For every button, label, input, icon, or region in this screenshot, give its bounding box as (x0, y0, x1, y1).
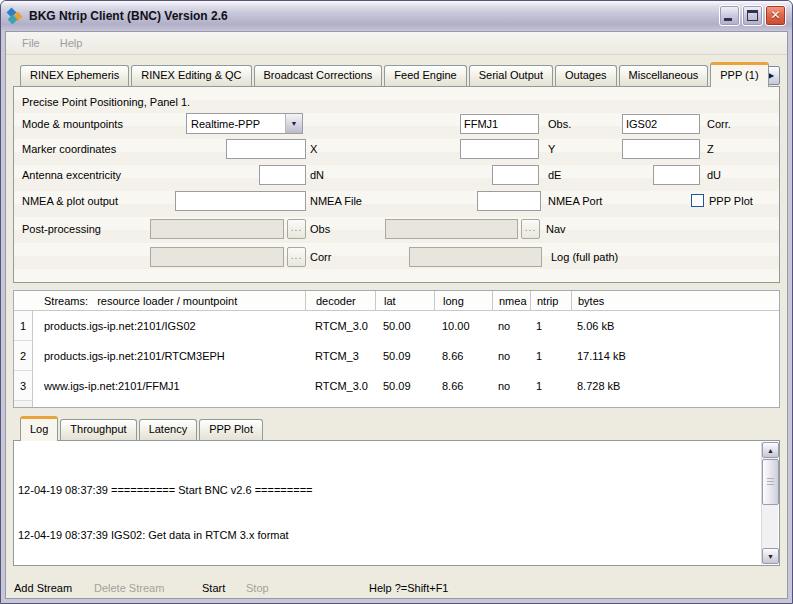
log-line: 12-04-19 08:37:39 IGS02: Get data in RTC… (18, 528, 759, 543)
cell-long: 8.66 (434, 350, 492, 362)
row-number: 3 (14, 371, 33, 401)
header-lat: lat (375, 291, 434, 310)
marker-x-input[interactable] (226, 139, 306, 159)
antenna-dn-input[interactable] (259, 165, 306, 185)
ppp-panel: Precise Point Positioning, Panel 1. Mode… (13, 86, 780, 283)
log-scrollbar[interactable]: ▲ ▼ (761, 442, 778, 564)
post-obs-input (150, 219, 284, 239)
tab-rinex-editing-qc[interactable]: RINEX Editing & QC (131, 65, 251, 86)
marker-y-input[interactable] (460, 139, 539, 159)
nmea-port-label: NMEA Port (548, 191, 602, 211)
nmea-file-input[interactable] (175, 191, 306, 211)
antenna-de-input[interactable] (492, 165, 539, 185)
post-obs-browse-button: ... (287, 219, 306, 239)
scrollbar-thumb[interactable] (762, 459, 779, 505)
nmea-file-label: NMEA File (310, 191, 362, 211)
mode-label: Mode & mountpoints (22, 114, 123, 134)
table-row[interactable]: 2 products.igs-ip.net:2101/RTCM3EPH RTCM… (14, 341, 779, 371)
menubar: File Help (6, 32, 787, 55)
tab-latency[interactable]: Latency (139, 419, 198, 440)
tab-rinex-ephemeris[interactable]: RINEX Ephemeris (20, 65, 129, 86)
header-bytes: bytes (571, 291, 779, 310)
nmea-port-input[interactable] (477, 191, 541, 211)
obs-label: Obs. (548, 114, 571, 134)
post-processing-label: Post-processing (22, 219, 101, 239)
post-nav-input (385, 219, 518, 239)
ppp-plot-checkbox[interactable] (691, 194, 704, 207)
cell-decoder: RTCM_3 (305, 350, 375, 362)
cell-bytes: 5.06 kB (571, 320, 779, 332)
header-ntrip: ntrip (530, 291, 571, 310)
corr-label: Corr. (707, 114, 731, 134)
titlebar[interactable]: BKG Ntrip Client (BNC) Version 2.6 ✕ (1, 1, 792, 30)
cell-decoder: RTCM_3.0 (305, 380, 375, 392)
menu-file[interactable]: File (12, 37, 50, 49)
close-button[interactable]: ✕ (765, 5, 786, 26)
cell-lat: 50.09 (375, 350, 434, 362)
post-nav-label: Nav (546, 219, 566, 239)
marker-z-input[interactable] (622, 139, 700, 159)
antenna-label: Antenna excentricity (22, 165, 121, 185)
tab-serial-output[interactable]: Serial Output (469, 65, 553, 86)
cell-mountpoint: products.igs-ip.net:2101/RTCM3EPH (33, 350, 305, 362)
tab-feed-engine[interactable]: Feed Engine (384, 65, 466, 86)
start-button[interactable]: Start (202, 578, 225, 598)
tab-ppp-plot[interactable]: PPP Plot (199, 419, 263, 440)
dn-label: dN (310, 165, 324, 185)
cell-decoder: RTCM_3.0 (305, 320, 375, 332)
cell-ntrip: 1 (530, 350, 571, 362)
post-nav-browse-button: ... (521, 219, 540, 239)
bottom-tabbar: Log Throughput Latency PPP Plot (13, 418, 780, 440)
log-line: 12-04-19 08:37:39 ========== Start BNC v… (18, 483, 759, 498)
maximize-button[interactable] (742, 5, 763, 26)
log-view[interactable]: 12-04-19 08:37:39 ========== Start BNC v… (13, 440, 780, 566)
bnc-window: BKG Ntrip Client (BNC) Version 2.6 ✕ Fil… (0, 0, 793, 604)
table-row[interactable]: 3 www.igs-ip.net:2101/FFMJ1 RTCM_3.0 50.… (14, 371, 779, 401)
post-corr-browse-button: ... (287, 247, 306, 267)
cell-nmea: no (492, 380, 530, 392)
row-number: 2 (14, 341, 33, 371)
tab-ppp-1[interactable]: PPP (1) (710, 62, 768, 87)
row-number: 1 (14, 311, 33, 341)
tab-miscellaneous[interactable]: Miscellaneous (619, 65, 709, 86)
add-stream-button[interactable]: Add Stream (14, 578, 72, 598)
menu-help[interactable]: Help (50, 37, 93, 49)
panel-caption: Precise Point Positioning, Panel 1. (22, 92, 190, 112)
cell-bytes: 8.728 kB (571, 380, 779, 392)
nmea-label: NMEA & plot output (22, 191, 118, 211)
minimize-button[interactable] (719, 5, 740, 26)
cell-ntrip: 1 (530, 320, 571, 332)
post-obs-label: Obs (310, 219, 330, 239)
de-label: dE (548, 165, 561, 185)
post-corr-label: Corr (310, 247, 331, 267)
cell-nmea: no (492, 320, 530, 332)
delete-stream-button: Delete Stream (94, 578, 164, 598)
client-area: File Help RINEX Ephemeris RINEX Editing … (5, 31, 788, 599)
tab-throughput[interactable]: Throughput (60, 419, 136, 440)
marker-label: Marker coordinates (22, 139, 116, 159)
scroll-down-icon[interactable]: ▼ (762, 548, 779, 564)
tab-outages[interactable]: Outages (555, 65, 617, 86)
corr-mountpoint-input[interactable] (622, 114, 700, 134)
cell-long: 10.00 (434, 320, 492, 332)
post-corr-input (150, 247, 284, 267)
tab-broadcast-corrections[interactable]: Broadcast Corrections (254, 65, 383, 86)
ppp-plot-label: PPP Plot (709, 191, 753, 211)
tab-log[interactable]: Log (20, 416, 58, 441)
header-nmea: nmea (492, 291, 530, 310)
antenna-du-input[interactable] (653, 165, 700, 185)
cell-lat: 50.00 (375, 320, 434, 332)
chevron-down-icon[interactable]: ▼ (285, 114, 302, 133)
table-row[interactable]: 1 products.igs-ip.net:2101/IGS02 RTCM_3.… (14, 311, 779, 341)
help-hint: Help ?=Shift+F1 (369, 578, 449, 598)
log-lines: 12-04-19 08:37:39 ========== Start BNC v… (18, 453, 759, 563)
top-tabbar: RINEX Ephemeris RINEX Editing & QC Broad… (13, 59, 780, 86)
scroll-up-icon[interactable]: ▲ (762, 442, 779, 458)
header-decoder: decoder (305, 291, 375, 310)
cell-mountpoint: www.igs-ip.net:2101/FFMJ1 (33, 380, 305, 392)
x-label: X (310, 139, 317, 159)
mode-select[interactable]: Realtime-PPP ▼ (186, 113, 303, 134)
cell-lat: 50.09 (375, 380, 434, 392)
obs-mountpoint-input[interactable] (460, 114, 539, 134)
post-log-input (409, 247, 542, 267)
